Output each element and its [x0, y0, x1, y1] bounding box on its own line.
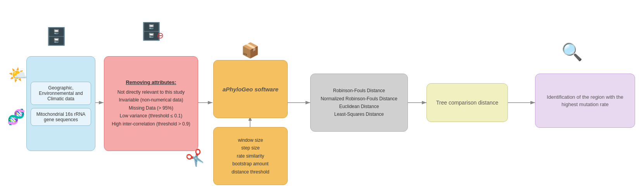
input-data-box: Geographic, Environnemental and Climatic…: [26, 56, 95, 151]
param-5: distance threshold: [231, 168, 269, 176]
tree-comparison-box: Tree comparison distance: [426, 83, 508, 122]
dist-1: Robinson-Fouls Distance: [321, 87, 397, 94]
geo-data-text: Geographic, Environnemental and Climatic…: [39, 85, 83, 101]
weather-icon: 🌤️: [7, 66, 28, 84]
distance-list: Robinson-Fouls Distance Normalized Robin…: [321, 87, 397, 118]
cube-icon: 📦: [240, 42, 261, 59]
remove-title: Removing attributes:: [126, 79, 176, 85]
remove-item-4: Low variance (threshold ≤ 0.1): [112, 112, 190, 120]
param-1: window size: [231, 136, 269, 144]
remove-item-5: High inter-correlation (threshold > 0.9): [112, 120, 190, 128]
param-4: bootstrap amount: [231, 160, 269, 168]
database-clean-icon: 🗄️: [45, 26, 68, 46]
tools-icon: ✂️: [184, 150, 207, 167]
identification-box: Identification of the region with the hi…: [535, 74, 635, 128]
software-label: aPhyloGeo software: [223, 86, 278, 93]
search-icon: 🔍: [558, 42, 585, 62]
identification-label: Identification of the region with the hi…: [541, 93, 629, 108]
dna-data-label: Mitochondrial 16s rRNA gene sequences: [31, 108, 91, 126]
dist-2: Normalized Robinson-Fouls Distance: [321, 95, 397, 103]
param-3: rate similarity: [231, 152, 269, 160]
remove-list: Not directly relevant to this study Inva…: [112, 88, 190, 128]
dna-icon: 🧬: [5, 108, 26, 125]
dist-3: Euclidean Distance: [321, 103, 397, 110]
diagram-container: 🌤️ 🧬 Geographic, Environnemental and Cli…: [0, 0, 644, 194]
param-2: step size: [231, 144, 269, 152]
params-box: window size step size rate similarity bo…: [213, 127, 288, 185]
remove-attributes-box: Removing attributes: Not directly releva…: [104, 56, 198, 151]
dna-data-text: Mitochondrial 16s rRNA gene sequences: [36, 112, 86, 122]
tree-comparison-label: Tree comparison distance: [436, 100, 499, 106]
remove-item-3: Missing Data (> 95%): [112, 104, 190, 112]
geo-data-label: Geographic, Environnemental and Climatic…: [31, 82, 91, 105]
database-remove-icon: 🗄️ ⊖: [138, 21, 165, 41]
software-box: aPhyloGeo software: [213, 60, 288, 118]
params-list: window size step size rate similarity bo…: [231, 136, 269, 176]
dist-4: Least-Squares Distance: [321, 110, 397, 118]
remove-item-2: Invariable (non-numerical data): [112, 96, 190, 104]
distance-box: Robinson-Fouls Distance Normalized Robin…: [310, 74, 408, 132]
remove-item-1: Not directly relevant to this study: [112, 88, 190, 96]
